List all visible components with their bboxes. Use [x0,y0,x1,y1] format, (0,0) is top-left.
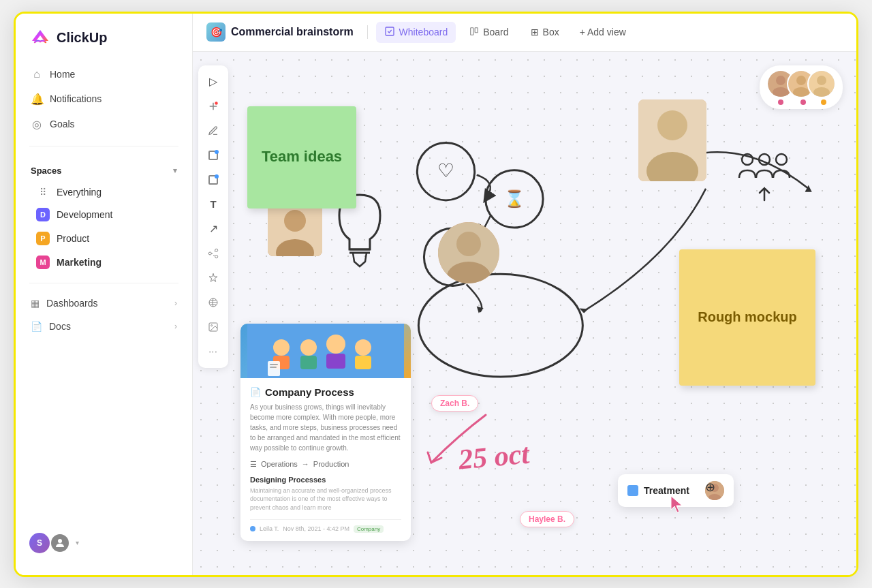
development-avatar: D [36,208,50,221]
sidebar-item-development[interactable]: D Development [21,203,187,226]
collaborator-dot-3 [821,99,826,105]
logo-area[interactable]: ClickUp [16,27,192,63]
svg-marker-38 [805,185,812,191]
svg-marker-40 [477,306,484,313]
box-tab-icon: ⊞ [531,27,539,37]
card-author: Leila T. [260,525,279,532]
logo-text: ClickUp [57,30,107,46]
svg-point-30 [657,110,687,140]
treatment-card[interactable]: Treatment [618,474,734,507]
tab-whiteboard[interactable]: Whiteboard [376,22,456,43]
tab-separator [367,25,368,39]
breadcrumb-icon: 🎯 [206,22,225,42]
haylee-badge: Haylee B. [520,511,574,527]
tool-image[interactable] [202,316,224,338]
svg-point-7 [215,255,218,258]
clickup-logo-icon [29,27,51,49]
card-company-process[interactable]: 📄 Company Process As your business grows… [240,324,411,541]
svg-point-18 [817,76,826,85]
add-view-button[interactable]: + Add view [573,22,633,42]
board-tab-label: Board [483,27,508,37]
card-date: Nov 8th, 2021 - 4:42 PM [283,525,349,532]
tab-board[interactable]: Board [461,22,516,42]
sidebar-divider-2 [29,283,178,283]
photo-woman-top-right [638,99,706,181]
user-avatar-s: S [29,533,50,553]
whiteboard-tab-label: Whiteboard [399,27,448,37]
sticky-note-team-ideas[interactable]: Team ideas [247,106,356,208]
tool-ai[interactable] [202,267,224,289]
docs-label: Docs [49,321,71,332]
card-process-title: 📄 Company Process [250,386,401,398]
whiteboard-canvas[interactable]: ▷ [193,52,856,575]
tab-box[interactable]: ⊞ Box [523,22,567,42]
sidebar-divider-1 [29,146,178,146]
bell-icon: 🔔 [31,93,43,106]
svg-point-24 [284,210,306,232]
team-ideas-text: Team ideas [262,147,342,167]
svg-rect-53 [270,367,277,368]
spaces-section-header[interactable]: Spaces ▾ [16,155,192,181]
svg-point-6 [215,249,218,251]
tool-text[interactable]: T [202,194,224,215]
svg-point-10 [211,324,213,326]
svg-point-4 [215,102,218,105]
svg-point-21 [759,154,770,165]
svg-point-22 [776,154,787,165]
sticky-note-rough-mockup[interactable]: Rough mockup [679,249,815,386]
drawing-toolbar: ▷ [198,65,228,368]
marketing-label: Marketing [57,257,102,268]
tool-connect[interactable] [202,243,224,264]
collaborator-dot-2 [800,99,806,105]
svg-point-32 [417,142,474,200]
collaborator-3 [811,69,836,105]
development-label: Development [57,209,113,220]
sidebar-item-notifications[interactable]: 🔔 Notifications [24,87,184,111]
drag-cursor-icon: ⊕ [705,480,715,495]
sidebar-item-everything[interactable]: ⠿ Everything [21,182,187,202]
svg-point-0 [58,539,62,543]
dashboards-icon: ▦ [31,298,40,309]
notifications-label: Notifications [50,93,102,104]
everything-label: Everything [57,187,102,198]
box-tab-label: Box [543,27,559,37]
sidebar-item-marketing[interactable]: M Marketing [21,251,187,274]
tool-note[interactable] [202,169,224,191]
sidebar-item-home[interactable]: ⌂ Home [24,63,184,86]
tool-pen[interactable] [202,120,224,142]
card-process-footer: Leila T. Nov 8th, 2021 - 4:42 PM Company [250,519,401,533]
sidebar-nav: ⌂ Home 🔔 Notifications ◎ Goals [16,63,192,138]
card-designing-processes-desc: Maintaining an accurate and well-organiz… [250,486,401,512]
sidebar-item-dashboards[interactable]: ▦ Dashboards › [24,292,184,314]
people-figures-icon [734,147,795,204]
collaborators-bar [760,65,843,109]
sidebar-item-goals[interactable]: ◎ Goals [24,112,184,136]
photo-man [268,202,322,256]
spaces-label: Spaces [31,166,62,176]
tool-more[interactable]: ··· [202,341,224,362]
svg-rect-1 [386,27,394,35]
svg-point-34 [486,170,543,227]
svg-rect-51 [268,361,280,376]
footer-chevron-icon[interactable]: ▾ [76,539,79,546]
page-title: Commercial brainstorm [231,26,354,38]
whiteboard-tab-icon [384,26,395,39]
svg-rect-48 [326,354,345,369]
sidebar-item-docs[interactable]: 📄 Docs › [24,315,184,337]
sidebar-item-product[interactable]: P Product [21,227,187,250]
svg-point-15 [796,76,806,85]
photo-woman-circled [438,222,499,283]
card-process-body: 📄 Company Process As your business grows… [240,378,411,541]
tool-globe[interactable] [202,292,224,313]
sidebar-footer: S ▾ [16,525,192,561]
svg-text:⌛: ⌛ [504,188,525,208]
marketing-avatar: M [36,256,50,269]
docs-chevron-icon: › [174,322,177,331]
tool-arrow[interactable]: ↗ [202,218,224,240]
collaborator-face-3 [807,69,836,98]
add-view-label: + Add view [580,27,626,37]
tool-add[interactable] [202,95,224,117]
svg-point-27 [456,232,481,256]
tool-select[interactable]: ▷ [202,71,224,93]
tool-shape[interactable] [202,144,224,166]
